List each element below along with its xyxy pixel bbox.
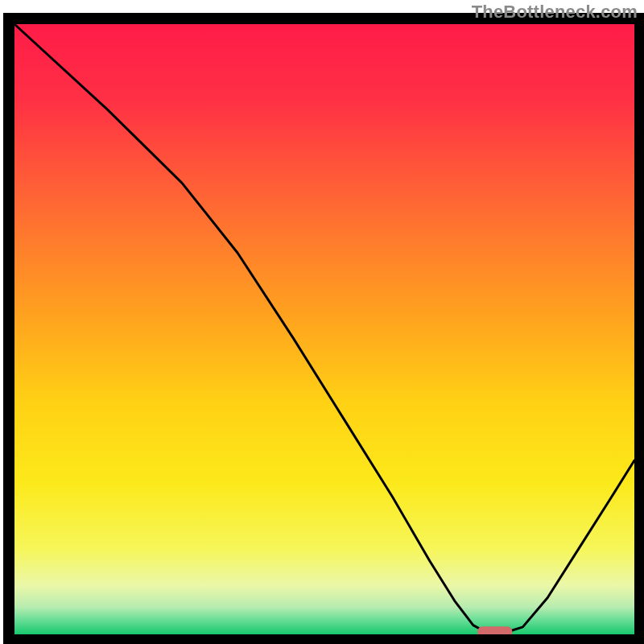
chart-container: TheBottleneck.com [0, 0, 644, 644]
bottleneck-chart [0, 0, 644, 644]
watermark-text: TheBottleneck.com [472, 2, 638, 23]
plot-background [14, 24, 634, 634]
